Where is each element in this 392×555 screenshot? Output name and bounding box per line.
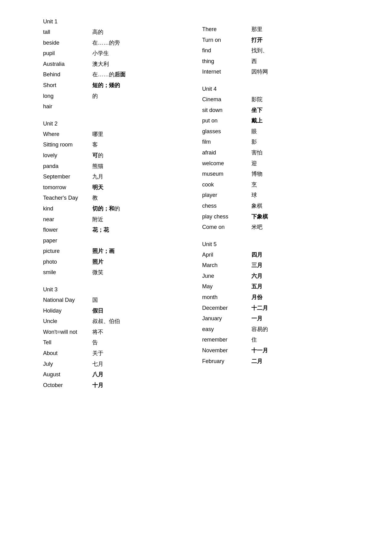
vocab-english: Australia bbox=[43, 59, 92, 69]
vocab-item: Uncle叔叔、伯伯 bbox=[43, 317, 190, 326]
vocab-chinese: 容易的 bbox=[251, 325, 268, 334]
vocab-chinese: 十月 bbox=[92, 381, 103, 390]
vocab-chinese: 影 bbox=[251, 137, 257, 147]
vocab-english: Tell bbox=[43, 338, 92, 347]
vocab-item: sit down坐下 bbox=[202, 106, 349, 115]
vocab-english: photo bbox=[43, 257, 92, 267]
column-1: Unit 1tall高的beside在……的旁pupil小学生Australia… bbox=[43, 18, 190, 399]
vocab-english: January bbox=[202, 314, 251, 323]
section-2-1: There那里Turn on打开find找到、thing西Internet因特网 bbox=[202, 18, 349, 77]
vocab-chinese: 熊猫 bbox=[92, 162, 103, 171]
vocab-item: Come on米吧 bbox=[202, 222, 349, 232]
vocab-chinese: 哪里 bbox=[92, 130, 103, 139]
vocab-item: beside在……的旁 bbox=[43, 38, 190, 48]
vocab-english: sit down bbox=[202, 106, 251, 115]
vocab-chinese: 下象棋 bbox=[251, 212, 268, 222]
vocab-item: pupil小学生 bbox=[43, 49, 190, 58]
vocab-english: March bbox=[202, 261, 251, 270]
vocab-english: month bbox=[202, 293, 251, 302]
vocab-chinese: 西 bbox=[251, 57, 257, 66]
vocab-item: lovely可的 bbox=[43, 151, 190, 160]
vocab-chinese: 一月 bbox=[251, 314, 262, 323]
vocab-item: picture照片；画 bbox=[43, 246, 190, 256]
vocab-item: player球 bbox=[202, 190, 349, 200]
vocab-chinese: 澳大利 bbox=[92, 59, 109, 69]
vocab-item: film影 bbox=[202, 137, 349, 147]
vocab-item: Tell告 bbox=[43, 338, 190, 347]
vocab-item: welcome迎 bbox=[202, 159, 349, 168]
vocab-item: easy容易的 bbox=[202, 325, 349, 334]
vocab-chinese: 戴上 bbox=[251, 116, 262, 126]
vocab-item: month月份 bbox=[202, 293, 349, 302]
vocab-chinese: 九月 bbox=[92, 172, 103, 182]
vocab-chinese: 住 bbox=[251, 335, 257, 345]
vocab-english: glasses bbox=[202, 127, 251, 136]
vocab-chinese: 找到、 bbox=[251, 46, 268, 55]
vocab-item: Short短的；矮的 bbox=[43, 81, 190, 90]
vocab-item: near附近 bbox=[43, 215, 190, 224]
vocab-item: March三月 bbox=[202, 261, 349, 270]
vocab-english: October bbox=[43, 381, 92, 390]
vocab-english: put on bbox=[202, 116, 251, 126]
unit-title-2-3: Unit 5 bbox=[202, 241, 349, 248]
vocab-item: Won't=will not将不 bbox=[43, 327, 190, 337]
vocab-english: play chess bbox=[202, 212, 251, 222]
vocab-chinese: 眼 bbox=[251, 127, 257, 136]
vocab-chinese: 因特网 bbox=[251, 67, 268, 77]
vocab-english: Turn on bbox=[202, 35, 251, 45]
unit-title-1-1: Unit 1 bbox=[43, 18, 190, 25]
vocab-english: November bbox=[202, 346, 251, 355]
vocab-english: kind bbox=[43, 204, 92, 214]
vocab-chinese: 明天 bbox=[92, 183, 103, 192]
vocab-english: beside bbox=[43, 38, 92, 48]
vocab-english: chess bbox=[202, 201, 251, 211]
vocab-chinese: 客 bbox=[92, 140, 98, 150]
page-layout: Unit 1tall高的beside在……的旁pupil小学生Australia… bbox=[43, 18, 349, 399]
unit-title-1-3: Unit 3 bbox=[43, 286, 190, 293]
section-2-2: Unit 4Cinema影院sit down坐下put on戴上glasses眼… bbox=[202, 86, 349, 232]
vocab-item: play chess下象棋 bbox=[202, 212, 349, 222]
vocab-english: hair bbox=[43, 102, 92, 111]
vocab-english: There bbox=[202, 25, 251, 34]
vocab-english: Cinema bbox=[202, 95, 251, 104]
vocab-item: paper bbox=[43, 236, 190, 246]
vocab-chinese: 八月 bbox=[92, 370, 103, 379]
vocab-chinese: 二月 bbox=[251, 357, 262, 366]
vocab-english: find bbox=[202, 46, 251, 55]
vocab-english: July bbox=[43, 359, 92, 369]
vocab-chinese: 坐下 bbox=[251, 106, 262, 115]
vocab-chinese: 教 bbox=[92, 193, 98, 203]
section-2-3: Unit 5April四月March三月June六月May五月month月份De… bbox=[202, 241, 349, 366]
vocab-chinese: 迎 bbox=[251, 159, 257, 168]
vocab-item: May五月 bbox=[202, 282, 349, 291]
vocab-item: Holiday假日 bbox=[43, 306, 190, 316]
section-1-1: Unit 1tall高的beside在……的旁pupil小学生Australia… bbox=[43, 18, 190, 111]
vocab-chinese: 六月 bbox=[251, 271, 262, 281]
vocab-chinese: 叔叔、伯伯 bbox=[92, 317, 120, 326]
vocab-item: flower花；花 bbox=[43, 225, 190, 235]
vocab-item: August八月 bbox=[43, 370, 190, 379]
vocab-english: February bbox=[202, 357, 251, 366]
vocab-chinese: 花；花 bbox=[92, 225, 109, 235]
vocab-english: Sitting room bbox=[43, 140, 92, 150]
vocab-english: Come on bbox=[202, 222, 251, 232]
vocab-english: picture bbox=[43, 246, 92, 256]
vocab-chinese: 影院 bbox=[251, 95, 262, 104]
vocab-english: Holiday bbox=[43, 306, 92, 316]
vocab-item: Where哪里 bbox=[43, 130, 190, 139]
vocab-english: cook bbox=[202, 180, 251, 190]
vocab-english: smile bbox=[43, 268, 92, 277]
vocab-english: Where bbox=[43, 130, 92, 139]
vocab-chinese: 象棋 bbox=[251, 201, 262, 211]
vocab-chinese: 米吧 bbox=[251, 222, 262, 232]
vocab-english: Behind bbox=[43, 70, 92, 79]
vocab-item: December十二月 bbox=[202, 303, 349, 313]
vocab-item: October十月 bbox=[43, 381, 190, 390]
vocab-english: National Day bbox=[43, 295, 92, 305]
vocab-chinese: 可的 bbox=[92, 151, 103, 160]
vocab-english: welcome bbox=[202, 159, 251, 168]
vocab-item: There那里 bbox=[202, 25, 349, 34]
vocab-chinese: 微笑 bbox=[92, 268, 103, 277]
vocab-chinese: 在……的旁 bbox=[92, 38, 120, 48]
vocab-chinese: 的 bbox=[92, 91, 98, 101]
